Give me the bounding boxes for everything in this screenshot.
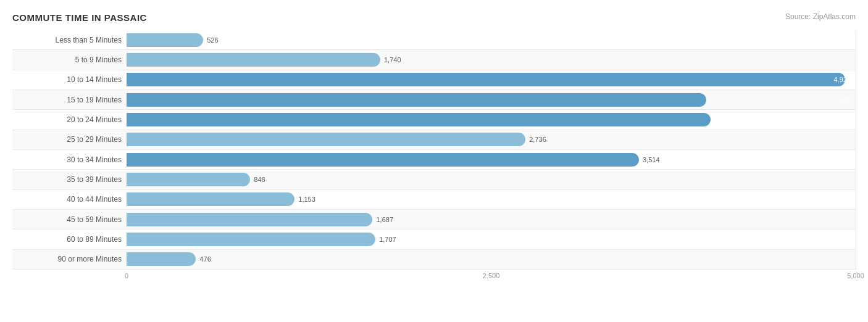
bar-row: 10 to 14 Minutes4,929: [12, 70, 856, 90]
bar-row: 60 to 89 Minutes1,707: [12, 229, 856, 249]
bar-value: 476: [199, 255, 211, 263]
bar-value: 1,153: [298, 196, 315, 203]
bar-fill: [127, 173, 250, 186]
bar-value: 1,740: [384, 56, 401, 64]
bar-value: 4,929: [833, 76, 851, 83]
bar-label: Less than 5 Minutes: [12, 36, 127, 44]
bar-fill: [127, 133, 525, 146]
bar-value: 2,736: [529, 136, 546, 143]
bar-fill: [127, 252, 196, 266]
bar-label: 60 to 89 Minutes: [12, 235, 127, 244]
bar-row: Less than 5 Minutes526: [12, 30, 856, 50]
bar-fill: [127, 53, 380, 67]
bar-row: 15 to 19 Minutes3,975: [12, 90, 856, 110]
bar-label: 90 or more Minutes: [12, 255, 127, 263]
bar-row: 20 to 24 Minutes4,006: [12, 110, 856, 130]
bar-value: 526: [207, 36, 218, 44]
bar-value: 3,975: [833, 96, 851, 104]
bar-track: 526: [127, 33, 856, 47]
bar-value: 3,514: [643, 156, 660, 163]
bar-fill: [127, 213, 372, 226]
bars-section: Less than 5 Minutes5265 to 9 Minutes1,74…: [12, 30, 856, 270]
bar-track: 4,929: [127, 73, 856, 86]
bar-label: 15 to 19 Minutes: [12, 96, 127, 104]
bar-label: 45 to 59 Minutes: [12, 215, 127, 224]
bar-fill: [127, 192, 294, 206]
bar-track: 4,006: [127, 113, 856, 126]
bar-value: 1,707: [379, 236, 396, 243]
bar-label: 35 to 39 Minutes: [12, 175, 127, 184]
x-axis: 02,5005,000: [127, 272, 856, 284]
chart-area: Less than 5 Minutes5265 to 9 Minutes1,74…: [12, 30, 856, 284]
x-tick: 0: [125, 272, 128, 279]
bar-fill: [127, 113, 711, 126]
source-text: Source: ZipAtlas.com: [785, 12, 856, 21]
bar-track: 2,736: [127, 133, 856, 146]
bar-track: 3,514: [127, 153, 856, 167]
bar-row: 30 to 34 Minutes3,514: [12, 150, 856, 170]
bar-value: 4,006: [833, 116, 851, 123]
bar-track: 848: [127, 173, 856, 186]
bar-label: 25 to 29 Minutes: [12, 135, 127, 144]
bar-track: 1,707: [127, 233, 856, 246]
bar-row: 45 to 59 Minutes1,687: [12, 210, 856, 229]
bar-label: 40 to 44 Minutes: [12, 195, 127, 204]
bar-fill: [127, 33, 203, 47]
bar-row: 35 to 39 Minutes848: [12, 170, 856, 189]
bar-track: 1,740: [127, 53, 856, 67]
x-tick: 2,500: [483, 272, 500, 279]
chart-container: COMMUTE TIME IN PASSAIC Source: ZipAtlas…: [0, 0, 868, 322]
bar-track: 476: [127, 252, 856, 266]
chart-title: COMMUTE TIME IN PASSAIC: [12, 12, 856, 23]
grid-line: [856, 30, 856, 270]
x-tick: 5,000: [847, 272, 864, 279]
bar-value: 1,687: [376, 216, 393, 223]
bar-label: 10 to 14 Minutes: [12, 75, 127, 84]
bar-fill: [127, 93, 706, 107]
bar-label: 30 to 34 Minutes: [12, 155, 127, 164]
bar-row: 5 to 9 Minutes1,740: [12, 50, 856, 70]
bar-fill: [127, 153, 639, 167]
bar-fill: [127, 233, 375, 246]
bar-value: 848: [254, 176, 265, 183]
bar-track: 3,975: [127, 93, 856, 107]
bar-label: 20 to 24 Minutes: [12, 115, 127, 124]
bar-fill: [127, 73, 845, 86]
bar-label: 5 to 9 Minutes: [12, 56, 127, 64]
bar-track: 1,153: [127, 192, 856, 206]
bar-row: 90 or more Minutes476: [12, 250, 856, 270]
bar-track: 1,687: [127, 213, 856, 226]
bar-row: 25 to 29 Minutes2,736: [12, 130, 856, 150]
bar-row: 40 to 44 Minutes1,153: [12, 190, 856, 210]
